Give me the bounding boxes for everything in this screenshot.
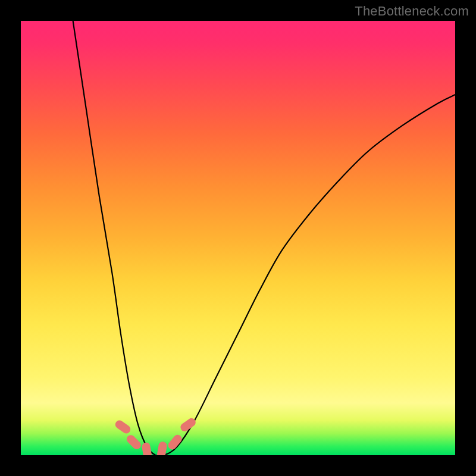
bottleneck-curve-path bbox=[73, 21, 455, 455]
chart-frame: TheBottleneck.com bbox=[0, 0, 476, 476]
curve-marker bbox=[141, 442, 152, 455]
plot-area bbox=[21, 21, 455, 455]
bottleneck-curve bbox=[73, 21, 455, 455]
curve-marker bbox=[114, 419, 132, 436]
curve-marker bbox=[125, 433, 143, 451]
curve-marker bbox=[156, 441, 168, 455]
curve-svg bbox=[21, 21, 455, 455]
watermark-text: TheBottleneck.com bbox=[355, 4, 469, 19]
